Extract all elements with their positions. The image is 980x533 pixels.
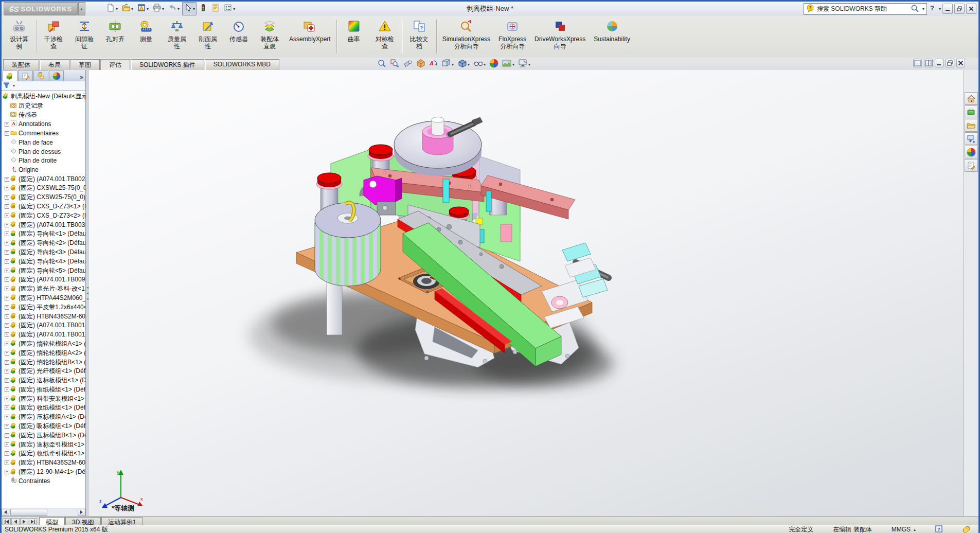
tree-item[interactable]: +(固定) 送标板模组<1> (Dé — [3, 376, 85, 385]
tree-item[interactable]: +(固定) 平皮带1.2x6x440<1 — [3, 303, 85, 312]
tree-item[interactable]: +(固定) (A074.001.TB001)支 — [3, 330, 85, 340]
tree-item[interactable]: Plan de face — [3, 138, 85, 147]
tree-expander[interactable]: + — [5, 241, 9, 245]
tags-icon-icon[interactable] — [962, 525, 970, 533]
tree-expander[interactable]: + — [5, 415, 9, 419]
print-button[interactable]: ▾ — [151, 2, 166, 15]
driveworksxpress-wizard-button[interactable]: DriveWorksXpress向导 — [530, 17, 590, 57]
tree-horizontal-scrollbar[interactable] — [2, 508, 85, 516]
tree-item[interactable]: +(固定) 收纸模组<1> (Défa — [3, 403, 85, 413]
dropdown-caret-icon[interactable]: ▾ — [193, 7, 195, 11]
graphics-viewport[interactable]: y x z *等轴测 — [89, 70, 967, 516]
tree-item[interactable]: Plan de dessus — [3, 147, 85, 156]
view-settings-button[interactable]: ▾ — [517, 58, 531, 70]
tree-item[interactable]: +(固定) 导向轮<1> (Défaut — [3, 229, 85, 239]
tree-item[interactable]: +(固定) CXSWL25-75(0_0)_ — [3, 184, 85, 193]
display-style-button[interactable]: ▾ — [456, 58, 471, 70]
tab-评估[interactable]: 评估 — [100, 59, 130, 70]
tree-expander[interactable]: + — [5, 405, 9, 410]
tree-item[interactable]: +Commentaires — [3, 129, 85, 138]
dropdown-caret-icon[interactable]: ▾ — [468, 62, 470, 67]
tree-expander[interactable]: + — [5, 424, 9, 429]
tree-item[interactable]: +(固定) 导向轮<2> (Défaut — [3, 239, 85, 248]
zoom-to-fit-button[interactable] — [376, 58, 387, 70]
search-box[interactable]: ? 搜索 SOLIDWORKS 帮助 ▾ — [804, 3, 927, 15]
interference-detection-button[interactable]: 干涉检查 — [38, 17, 69, 57]
tree-item[interactable]: +(固定) (A074.001.TB001)支 — [3, 321, 85, 330]
hide-show-items-button[interactable]: ▾ — [472, 58, 487, 70]
tree-item[interactable]: +(固定) 惰轮轮模组A<2> (D — [3, 348, 85, 358]
configuration-manager-tab[interactable] — [33, 70, 48, 81]
view-orientation-button[interactable]: ▾ — [440, 58, 455, 70]
search-caret-icon[interactable]: ▾ — [922, 7, 924, 11]
tree-root-item[interactable]: 剥离模组-New (Défaut<显示 — [3, 92, 85, 101]
design-library-tab[interactable] — [965, 105, 978, 118]
tree-item[interactable]: +(固定) 料带安装模组<1> ( — [3, 394, 85, 403]
tab-布局[interactable]: 布局 — [40, 59, 69, 70]
go-prev-tab-button[interactable] — [11, 518, 20, 525]
tree-item[interactable]: Plan de droite — [3, 156, 85, 166]
go-next-tab-button[interactable] — [20, 518, 28, 525]
tree-expander[interactable]: + — [5, 305, 9, 310]
tree-expander[interactable]: + — [5, 296, 9, 300]
tree-item[interactable]: +(固定) 导向轮<4> (Défaut — [3, 257, 85, 266]
viewport-grid-button[interactable] — [924, 59, 933, 67]
symmetry-check-button[interactable]: 对称检查 — [369, 17, 400, 57]
tree-expander[interactable]: + — [5, 177, 9, 182]
filter-caret-icon[interactable]: ▾ — [13, 83, 15, 88]
tree-expander[interactable]: + — [5, 204, 9, 209]
tree-expander[interactable]: + — [5, 397, 9, 401]
compare-documents-button[interactable]: ?比较文档 — [404, 17, 435, 57]
tree-item[interactable]: +(固定) (A074.001.TB003)拨 — [3, 220, 85, 229]
go-first-tab-button[interactable] — [3, 518, 11, 525]
tree-item[interactable]: +(固定) 推纸模组<1> (Défa — [3, 385, 85, 395]
dropdown-caret-icon[interactable]: ▾ — [162, 7, 164, 11]
zoom-to-area-button[interactable] — [389, 58, 400, 70]
tree-expander[interactable]: + — [5, 332, 9, 337]
tree-expander[interactable]: + — [5, 378, 9, 383]
previous-view-button[interactable] — [402, 58, 413, 70]
simulationxpress-wizard-button[interactable]: SimulationXpress分析向导 — [438, 17, 494, 57]
floxpress-wizard-button[interactable]: FloXpress分析向导 — [494, 17, 530, 57]
tree-expander[interactable]: + — [5, 460, 9, 465]
help-indicator[interactable]: ? — [935, 525, 942, 533]
dropdown-caret-icon[interactable]: ▾ — [452, 62, 454, 67]
clearance-verification-button[interactable]: 间隙验证 — [69, 17, 100, 57]
property-manager-tab[interactable] — [18, 70, 33, 81]
dropdown-caret-icon[interactable]: ▾ — [116, 7, 118, 11]
scroll-thumb[interactable] — [10, 509, 47, 516]
tree-expander[interactable]: + — [5, 223, 9, 227]
search-input[interactable]: 搜索 SOLIDWORKS 帮助 — [817, 5, 908, 13]
assembly-visualization-button[interactable]: 装配体直观 — [254, 17, 285, 57]
feature-manager-tab[interactable] — [3, 70, 17, 81]
tree-item[interactable]: +(固定) 光纤模组<1> (Défa — [3, 367, 85, 376]
design-study-button[interactable]: 设计算例 — [4, 17, 34, 57]
tree-item[interactable]: Contraintes — [3, 476, 85, 486]
doc-tab-模型[interactable]: 模型 — [39, 517, 65, 525]
close-button[interactable] — [966, 4, 976, 14]
tree-expander[interactable]: + — [5, 314, 9, 319]
assemblyxpert-button[interactable]: AssemblyXpert — [285, 17, 335, 57]
toolbar-overflow-button[interactable]: ▸ — [78, 2, 85, 15]
tab-SOLIDWORKS 插件[interactable]: SOLIDWORKS 插件 — [131, 59, 204, 70]
tree-expander[interactable]: + — [5, 342, 9, 346]
tree-expander[interactable]: + — [5, 186, 9, 190]
tab-草图[interactable]: 草图 — [70, 59, 100, 70]
tree-expander[interactable]: + — [5, 122, 9, 127]
sensor-button[interactable]: 传感器 — [223, 17, 254, 57]
model-label-reel[interactable] — [394, 117, 483, 176]
tree-expander[interactable]: + — [5, 250, 9, 255]
units-caret-icon[interactable]: ▴ — [914, 527, 916, 532]
tree-expander[interactable]: + — [5, 451, 9, 456]
panel-chevron-button[interactable]: » — [80, 74, 83, 81]
tree-expander[interactable]: + — [5, 131, 9, 136]
curvature-button[interactable]: 曲率 — [338, 17, 369, 57]
display-manager-tab[interactable] — [49, 70, 64, 81]
tree-expander[interactable]: + — [5, 442, 9, 447]
model-canvas[interactable] — [89, 70, 967, 516]
doc-close-button[interactable] — [956, 59, 965, 67]
hole-alignment-button[interactable]: 孔对齐 — [100, 17, 131, 57]
tree-item[interactable]: +AAnnotations — [3, 119, 85, 129]
dropdown-caret-icon[interactable]: ▾ — [233, 7, 235, 11]
tree-item[interactable]: +(固定) 导向轮<5> (Défaut — [3, 266, 85, 275]
